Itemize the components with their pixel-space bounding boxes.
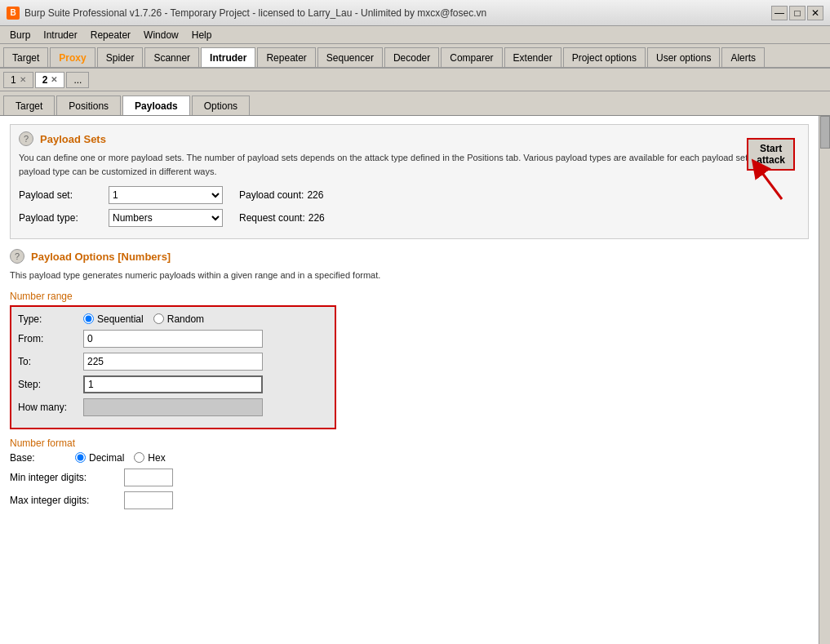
payload-set-row: Payload set: 1 Payload count: 226 bbox=[19, 186, 800, 204]
content-wrapper: ? Payload Sets You can define one or mor… bbox=[0, 116, 830, 644]
how-many-label: How many: bbox=[18, 402, 83, 413]
tab-comparer[interactable]: Comparer bbox=[441, 47, 502, 67]
hex-radio[interactable] bbox=[134, 452, 144, 463]
step-row: Step: bbox=[18, 375, 328, 393]
payload-count-label: Payload count: bbox=[239, 189, 304, 201]
tab-project-options[interactable]: Project options bbox=[563, 47, 646, 67]
payload-options-description: This payload type generates numeric payl… bbox=[10, 269, 809, 282]
number-format-label: Number format bbox=[10, 437, 809, 449]
menu-repeater[interactable]: Repeater bbox=[84, 28, 137, 42]
decimal-label: Decimal bbox=[89, 452, 124, 464]
from-row: From: bbox=[18, 330, 328, 348]
sec-tab-target[interactable]: Target bbox=[3, 95, 55, 115]
payload-type-row: Payload type: Numbers Request count: 226 bbox=[19, 209, 800, 227]
random-label: Random bbox=[167, 313, 204, 325]
intruder-tab-2[interactable]: 2 ✕ bbox=[35, 72, 65, 88]
payload-sets-description: You can define one or more payload sets.… bbox=[19, 151, 800, 178]
max-integer-label: Max integer digits: bbox=[10, 495, 124, 506]
intruder-tab-1-close[interactable]: ✕ bbox=[20, 75, 26, 84]
app-logo: B bbox=[7, 7, 20, 20]
payload-set-label: Payload set: bbox=[19, 189, 109, 201]
scrollbar-thumb[interactable] bbox=[820, 116, 830, 149]
request-count-label: Request count: bbox=[239, 212, 305, 224]
payload-options-help[interactable]: ? bbox=[10, 249, 24, 264]
to-input[interactable] bbox=[83, 353, 263, 371]
window-title: Burp Suite Professional v1.7.26 - Tempor… bbox=[24, 7, 770, 19]
payload-sets-section: ? Payload Sets You can define one or mor… bbox=[10, 124, 809, 239]
sec-tab-options[interactable]: Options bbox=[192, 95, 250, 115]
payload-set-dropdown[interactable]: 1 bbox=[109, 186, 223, 204]
scrollbar-track[interactable] bbox=[819, 116, 830, 644]
tab-extender[interactable]: Extender bbox=[504, 47, 561, 67]
tab-spider[interactable]: Spider bbox=[97, 47, 144, 67]
sec-tab-payloads[interactable]: Payloads bbox=[122, 95, 190, 115]
section-tab-bar: Target Positions Payloads Options bbox=[0, 91, 830, 116]
decimal-radio-item[interactable]: Decimal bbox=[75, 452, 124, 464]
sequential-radio[interactable] bbox=[83, 313, 94, 324]
scrollable-content[interactable]: ? Payload Sets You can define one or mor… bbox=[0, 116, 819, 644]
tab-target[interactable]: Target bbox=[3, 47, 48, 67]
intruder-tab-2-close[interactable]: ✕ bbox=[51, 75, 57, 84]
minimize-button[interactable]: — bbox=[771, 6, 788, 20]
type-radio-group: Sequential Random bbox=[83, 313, 204, 325]
sequential-label: Sequential bbox=[97, 313, 144, 325]
intruder-tab-2-label: 2 bbox=[42, 74, 48, 86]
type-label: Type: bbox=[18, 313, 83, 325]
start-attack-button[interactable]: Start attack bbox=[747, 138, 795, 171]
payload-sets-header: ? Payload Sets bbox=[19, 131, 800, 146]
tab-intruder[interactable]: Intruder bbox=[201, 47, 255, 67]
tab-user-options[interactable]: User options bbox=[647, 47, 720, 67]
step-input[interactable] bbox=[83, 375, 263, 393]
tab-alerts[interactable]: Alerts bbox=[721, 47, 765, 67]
number-format-section: Number format Base: Decimal Hex bbox=[10, 437, 809, 509]
sequential-radio-item[interactable]: Sequential bbox=[83, 313, 144, 325]
type-row: Type: Sequential Random bbox=[18, 313, 328, 325]
max-integer-input[interactable] bbox=[124, 491, 173, 509]
payload-type-label: Payload type: bbox=[19, 212, 109, 224]
request-count-value: 226 bbox=[308, 212, 325, 224]
how-many-row: How many: bbox=[18, 398, 328, 416]
main-tab-bar: Target Proxy Spider Scanner Intruder Rep… bbox=[0, 44, 830, 69]
number-range-box: Type: Sequential Random From: bbox=[10, 305, 336, 429]
payload-type-dropdown[interactable]: Numbers bbox=[109, 209, 223, 227]
number-range-label: Number range bbox=[10, 291, 809, 302]
close-button[interactable]: ✕ bbox=[807, 6, 823, 20]
min-integer-input[interactable] bbox=[124, 469, 173, 486]
sec-tab-positions[interactable]: Positions bbox=[56, 95, 121, 115]
menu-burp[interactable]: Burp bbox=[3, 28, 37, 42]
tab-repeater[interactable]: Repeater bbox=[257, 47, 315, 67]
tab-sequencer[interactable]: Sequencer bbox=[317, 47, 383, 67]
menu-intruder[interactable]: Intruder bbox=[37, 28, 83, 42]
decimal-radio[interactable] bbox=[75, 452, 86, 463]
step-label: Step: bbox=[18, 379, 83, 390]
payload-count-value: 226 bbox=[307, 189, 323, 201]
payload-options-header: ? Payload Options [Numbers] bbox=[10, 249, 809, 264]
menu-bar: Burp Intruder Repeater Window Help bbox=[0, 26, 830, 44]
hex-label: Hex bbox=[148, 452, 165, 464]
random-radio[interactable] bbox=[153, 313, 164, 324]
base-row: Base: Decimal Hex bbox=[10, 452, 809, 464]
tab-proxy[interactable]: Proxy bbox=[50, 47, 95, 67]
title-bar: B Burp Suite Professional v1.7.26 - Temp… bbox=[0, 0, 830, 26]
intruder-tab-1[interactable]: 1 ✕ bbox=[3, 72, 33, 88]
from-input[interactable] bbox=[83, 330, 263, 348]
how-many-input bbox=[83, 398, 263, 416]
from-label: From: bbox=[18, 333, 83, 344]
random-radio-item[interactable]: Random bbox=[153, 313, 204, 325]
maximize-button[interactable]: □ bbox=[789, 6, 806, 20]
base-radio-group: Decimal Hex bbox=[75, 452, 166, 464]
menu-help[interactable]: Help bbox=[185, 28, 219, 42]
tab-scanner[interactable]: Scanner bbox=[144, 47, 199, 67]
menu-window[interactable]: Window bbox=[137, 28, 185, 42]
to-row: To: bbox=[18, 353, 328, 371]
tab-decoder[interactable]: Decoder bbox=[384, 47, 439, 67]
intruder-tab-more[interactable]: ... bbox=[66, 72, 89, 88]
hex-radio-item[interactable]: Hex bbox=[134, 452, 165, 464]
min-integer-row: Min integer digits: bbox=[10, 469, 809, 486]
base-label: Base: bbox=[10, 452, 75, 464]
payload-sets-help[interactable]: ? bbox=[19, 131, 33, 146]
max-integer-row: Max integer digits: bbox=[10, 491, 809, 509]
payload-sets-title: Payload Sets bbox=[40, 133, 106, 145]
min-integer-label: Min integer digits: bbox=[10, 472, 124, 483]
to-label: To: bbox=[18, 356, 83, 367]
